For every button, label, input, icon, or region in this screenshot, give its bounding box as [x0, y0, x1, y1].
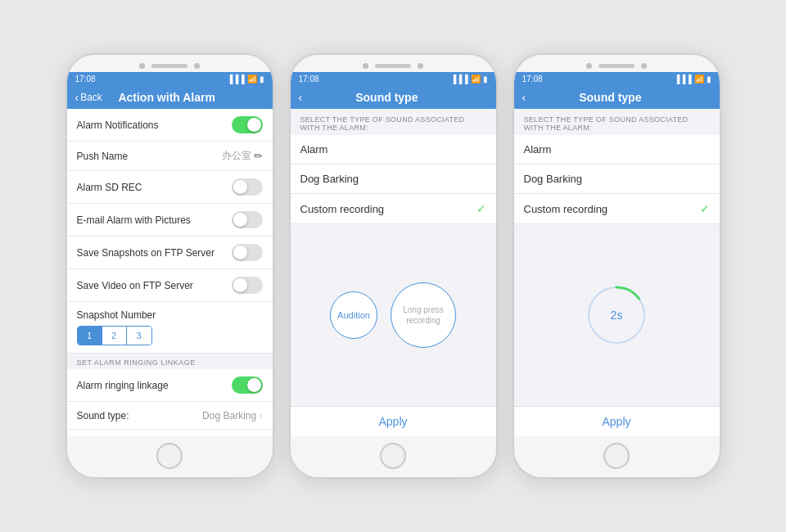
battery-icon: ▮ [260, 74, 264, 83]
phone-bottom-3 [514, 436, 720, 477]
home-button-3[interactable] [603, 443, 630, 469]
sound-option-alarm-3[interactable]: Alarm [514, 135, 720, 165]
alarm-sd-rec-label: Alarm SD REC [77, 182, 142, 193]
alarm-notifications-toggle[interactable] [232, 116, 263, 133]
checkmark-icon-2: ✓ [477, 202, 486, 215]
camera-icon-2 [363, 63, 368, 69]
email-alarm-toggle[interactable] [232, 211, 263, 228]
sound-type-text: Dog Barking [202, 410, 256, 422]
alarm-notifications-label: Alarm Notifications [77, 119, 159, 131]
apply-label-3: Apply [602, 415, 630, 428]
sound-option-dog-label-3: Dog Barking [524, 173, 583, 185]
status-time: 17:08 [75, 74, 96, 83]
ftp-snapshots-toggle[interactable] [232, 244, 263, 261]
sound-option-custom-label-2: Custom recording [300, 203, 385, 215]
home-button-2[interactable] [380, 443, 406, 469]
sensor-icon-3 [641, 63, 647, 69]
nav-title-2: Sound type [302, 91, 471, 104]
progress-label: 2s [611, 309, 623, 322]
status-bar-2: 17:08 ▐▐▐ 📶 ▮ [291, 72, 496, 86]
screen-content-3: SELECT THE TYPE OF SOUND ASSOCIATED WITH… [514, 109, 720, 436]
nav-bar-3: ‹ Sound type [514, 86, 720, 109]
audition-label: Audition [337, 310, 370, 320]
screen-content-2: SELECT THE TYPE OF SOUND ASSOCIATED WITH… [291, 109, 496, 436]
wifi-icon-3: 📶 [694, 74, 704, 83]
nav-bar-2: ‹ Sound type [291, 86, 496, 109]
phone-bottom-2 [291, 436, 496, 477]
phone-screen-2: 17:08 ▐▐▐ 📶 ▮ ‹ Sound type SELECT THE TY… [291, 72, 496, 436]
alarm-sd-rec-toggle[interactable] [232, 178, 263, 196]
audition-button[interactable]: Audition [330, 291, 377, 339]
record-button[interactable]: Long press recording [391, 282, 456, 348]
recording-area-2: Audition Long press recording [291, 224, 496, 406]
status-icons-2: ▐▐▐ 📶 ▮ [450, 74, 487, 83]
signal-icon-3: ▐▐▐ [674, 74, 691, 83]
speaker [151, 64, 187, 68]
phone-top-1 [67, 55, 273, 72]
alarm-ringing-linkage-label: Alarm ringing linkage [77, 380, 169, 391]
sound-option-dog-2[interactable]: Dog Barking [291, 165, 496, 194]
sound-option-custom-2[interactable]: Custom recording ✓ [291, 194, 496, 224]
phone-screen-3: 17:08 ▐▐▐ 📶 ▮ ‹ Sound type SELECT THE TY… [514, 72, 720, 436]
sound-option-alarm-2[interactable]: Alarm [291, 135, 496, 165]
ftp-video-toggle[interactable] [232, 277, 263, 294]
alarm-ringing-linkage-toggle[interactable] [232, 376, 263, 394]
sound-option-alarm-label-2: Alarm [300, 143, 328, 156]
status-time-3: 17:08 [522, 74, 543, 83]
phone-1: 17:08 ▐▐▐ 📶 ▮ ‹ Back Action with Alarm [66, 53, 274, 479]
phone-3: 17:08 ▐▐▐ 📶 ▮ ‹ Sound type SELECT THE TY… [513, 53, 721, 479]
status-icons: ▐▐▐ 📶 ▮ [227, 74, 264, 83]
nav-bar-1: ‹ Back Action with Alarm [67, 86, 273, 109]
phones-container: 17:08 ▐▐▐ 📶 ▮ ‹ Back Action with Alarm [66, 53, 721, 479]
status-bar-3: 17:08 ▐▐▐ 📶 ▮ [514, 72, 720, 86]
sound-type-row[interactable]: Sound type: Dog Barking › [67, 402, 273, 430]
sensor-icon-2 [418, 63, 423, 69]
email-alarm-label: E-mail Alarm with Pictures [77, 214, 191, 226]
snapshot-number-buttons: 1 2 3 [77, 326, 152, 345]
sensor-icon [194, 63, 200, 69]
sound-header-3: SELECT THE TYPE OF SOUND ASSOCIATED WITH… [514, 109, 720, 135]
sound-option-custom-3[interactable]: Custom recording ✓ [514, 194, 720, 224]
sound-option-dog-label-2: Dog Barking [300, 173, 359, 185]
email-alarm-row: E-mail Alarm with Pictures [67, 204, 273, 237]
sound-option-alarm-label-3: Alarm [524, 143, 552, 156]
back-button-1[interactable]: ‹ Back [75, 91, 102, 104]
back-label: Back [80, 92, 102, 103]
apply-label-2: Apply [378, 415, 407, 428]
signal-icon: ▐▐▐ [227, 74, 244, 83]
nav-title-3: Sound type [526, 91, 694, 104]
camera-icon-3 [586, 63, 592, 69]
sound-header-2: SELECT THE TYPE OF SOUND ASSOCIATED WITH… [291, 109, 496, 135]
push-name-row: Push Name 办公室 ✏ [67, 142, 273, 171]
ftp-snapshots-label: Save Snapshots on FTP Server [77, 247, 215, 259]
sound-type-label: Sound type: [77, 410, 129, 422]
chevron-right-icon: › [259, 409, 262, 422]
status-time-2: 17:08 [299, 74, 319, 83]
screen-content-1: Alarm Notifications Push Name 办公室 ✏ Alar… [67, 109, 273, 436]
phone-bottom-1 [67, 436, 273, 477]
sound-option-dog-3[interactable]: Dog Barking [514, 165, 720, 194]
signal-icon-2: ▐▐▐ [450, 74, 468, 83]
battery-icon-3: ▮ [707, 74, 711, 83]
apply-button-3[interactable]: Apply [514, 406, 720, 436]
snapshot-btn-2[interactable]: 2 [102, 327, 127, 345]
snapshot-btn-3[interactable]: 3 [127, 327, 151, 345]
ftp-video-label: Save Video on FTP Server [77, 280, 193, 291]
length-of-time-row[interactable]: Length of time: 10 seconds › [67, 430, 273, 436]
sound-type-value: Dog Barking › [202, 409, 262, 422]
edit-icon[interactable]: ✏ [254, 150, 263, 162]
snapshot-btn-1[interactable]: 1 [78, 327, 102, 345]
back-chevron-icon: ‹ [75, 91, 79, 104]
phone-top-3 [514, 55, 720, 72]
record-label: Long press recording [391, 300, 455, 331]
alarm-ringing-linkage-row: Alarm ringing linkage [67, 369, 273, 402]
speaker-2 [375, 64, 411, 68]
checkmark-icon-3: ✓ [700, 202, 710, 215]
home-button-1[interactable] [156, 443, 183, 469]
apply-button-2[interactable]: Apply [291, 406, 496, 436]
alarm-sd-rec-row: Alarm SD REC [67, 171, 273, 204]
alarm-notifications-row: Alarm Notifications [67, 109, 273, 142]
speaker-3 [599, 64, 635, 68]
battery-icon-2: ▮ [483, 74, 488, 83]
phone-top-2 [291, 55, 496, 72]
